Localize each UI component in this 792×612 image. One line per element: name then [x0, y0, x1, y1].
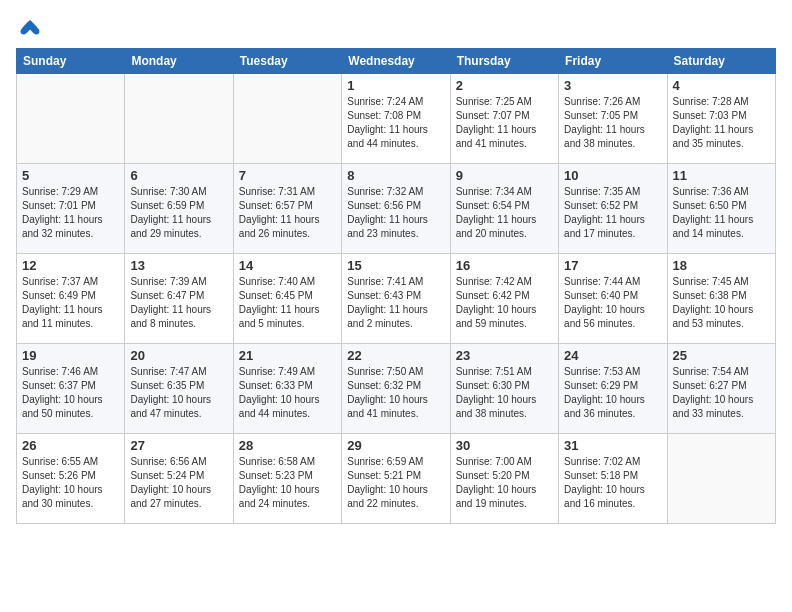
calendar-cell: 20Sunrise: 7:47 AM Sunset: 6:35 PM Dayli… — [125, 344, 233, 434]
day-number: 7 — [239, 168, 336, 183]
day-info: Sunrise: 7:49 AM Sunset: 6:33 PM Dayligh… — [239, 365, 336, 421]
day-info: Sunrise: 6:59 AM Sunset: 5:21 PM Dayligh… — [347, 455, 444, 511]
day-number: 20 — [130, 348, 227, 363]
day-number: 14 — [239, 258, 336, 273]
day-number: 24 — [564, 348, 661, 363]
calendar-cell: 19Sunrise: 7:46 AM Sunset: 6:37 PM Dayli… — [17, 344, 125, 434]
day-info: Sunrise: 7:31 AM Sunset: 6:57 PM Dayligh… — [239, 185, 336, 241]
day-number: 25 — [673, 348, 770, 363]
calendar-cell: 17Sunrise: 7:44 AM Sunset: 6:40 PM Dayli… — [559, 254, 667, 344]
day-number: 28 — [239, 438, 336, 453]
weekday-header-tuesday: Tuesday — [233, 49, 341, 74]
week-row-1: 1Sunrise: 7:24 AM Sunset: 7:08 PM Daylig… — [17, 74, 776, 164]
calendar-cell: 31Sunrise: 7:02 AM Sunset: 5:18 PM Dayli… — [559, 434, 667, 524]
day-number: 15 — [347, 258, 444, 273]
day-number: 17 — [564, 258, 661, 273]
weekday-header-thursday: Thursday — [450, 49, 558, 74]
day-number: 9 — [456, 168, 553, 183]
weekday-header-monday: Monday — [125, 49, 233, 74]
weekday-header-friday: Friday — [559, 49, 667, 74]
calendar-table: SundayMondayTuesdayWednesdayThursdayFrid… — [16, 48, 776, 524]
day-number: 6 — [130, 168, 227, 183]
day-info: Sunrise: 7:36 AM Sunset: 6:50 PM Dayligh… — [673, 185, 770, 241]
day-info: Sunrise: 7:29 AM Sunset: 7:01 PM Dayligh… — [22, 185, 119, 241]
day-info: Sunrise: 7:34 AM Sunset: 6:54 PM Dayligh… — [456, 185, 553, 241]
day-number: 8 — [347, 168, 444, 183]
day-info: Sunrise: 6:58 AM Sunset: 5:23 PM Dayligh… — [239, 455, 336, 511]
day-info: Sunrise: 7:50 AM Sunset: 6:32 PM Dayligh… — [347, 365, 444, 421]
weekday-header-row: SundayMondayTuesdayWednesdayThursdayFrid… — [17, 49, 776, 74]
calendar-cell — [125, 74, 233, 164]
day-info: Sunrise: 7:45 AM Sunset: 6:38 PM Dayligh… — [673, 275, 770, 331]
day-number: 16 — [456, 258, 553, 273]
calendar-cell: 9Sunrise: 7:34 AM Sunset: 6:54 PM Daylig… — [450, 164, 558, 254]
calendar-cell: 18Sunrise: 7:45 AM Sunset: 6:38 PM Dayli… — [667, 254, 775, 344]
calendar-cell: 30Sunrise: 7:00 AM Sunset: 5:20 PM Dayli… — [450, 434, 558, 524]
calendar-cell: 6Sunrise: 7:30 AM Sunset: 6:59 PM Daylig… — [125, 164, 233, 254]
calendar-cell: 24Sunrise: 7:53 AM Sunset: 6:29 PM Dayli… — [559, 344, 667, 434]
calendar-cell — [233, 74, 341, 164]
day-number: 1 — [347, 78, 444, 93]
day-number: 2 — [456, 78, 553, 93]
day-info: Sunrise: 7:44 AM Sunset: 6:40 PM Dayligh… — [564, 275, 661, 331]
day-number: 29 — [347, 438, 444, 453]
weekday-header-saturday: Saturday — [667, 49, 775, 74]
day-number: 5 — [22, 168, 119, 183]
day-number: 10 — [564, 168, 661, 183]
day-number: 19 — [22, 348, 119, 363]
logo-icon — [18, 16, 42, 40]
week-row-2: 5Sunrise: 7:29 AM Sunset: 7:01 PM Daylig… — [17, 164, 776, 254]
day-number: 30 — [456, 438, 553, 453]
day-info: Sunrise: 7:02 AM Sunset: 5:18 PM Dayligh… — [564, 455, 661, 511]
calendar-cell: 14Sunrise: 7:40 AM Sunset: 6:45 PM Dayli… — [233, 254, 341, 344]
day-info: Sunrise: 7:28 AM Sunset: 7:03 PM Dayligh… — [673, 95, 770, 151]
day-number: 22 — [347, 348, 444, 363]
day-number: 27 — [130, 438, 227, 453]
calendar-cell: 10Sunrise: 7:35 AM Sunset: 6:52 PM Dayli… — [559, 164, 667, 254]
day-number: 26 — [22, 438, 119, 453]
day-number: 4 — [673, 78, 770, 93]
day-info: Sunrise: 7:46 AM Sunset: 6:37 PM Dayligh… — [22, 365, 119, 421]
calendar-cell: 22Sunrise: 7:50 AM Sunset: 6:32 PM Dayli… — [342, 344, 450, 434]
day-info: Sunrise: 7:35 AM Sunset: 6:52 PM Dayligh… — [564, 185, 661, 241]
calendar-cell: 29Sunrise: 6:59 AM Sunset: 5:21 PM Dayli… — [342, 434, 450, 524]
calendar-cell: 28Sunrise: 6:58 AM Sunset: 5:23 PM Dayli… — [233, 434, 341, 524]
calendar-cell: 21Sunrise: 7:49 AM Sunset: 6:33 PM Dayli… — [233, 344, 341, 434]
day-info: Sunrise: 7:37 AM Sunset: 6:49 PM Dayligh… — [22, 275, 119, 331]
day-info: Sunrise: 7:39 AM Sunset: 6:47 PM Dayligh… — [130, 275, 227, 331]
calendar-cell — [667, 434, 775, 524]
day-number: 13 — [130, 258, 227, 273]
day-info: Sunrise: 7:24 AM Sunset: 7:08 PM Dayligh… — [347, 95, 444, 151]
calendar-cell: 7Sunrise: 7:31 AM Sunset: 6:57 PM Daylig… — [233, 164, 341, 254]
calendar-cell: 15Sunrise: 7:41 AM Sunset: 6:43 PM Dayli… — [342, 254, 450, 344]
day-info: Sunrise: 7:41 AM Sunset: 6:43 PM Dayligh… — [347, 275, 444, 331]
logo — [16, 16, 42, 36]
calendar-cell: 26Sunrise: 6:55 AM Sunset: 5:26 PM Dayli… — [17, 434, 125, 524]
day-info: Sunrise: 7:51 AM Sunset: 6:30 PM Dayligh… — [456, 365, 553, 421]
weekday-header-wednesday: Wednesday — [342, 49, 450, 74]
day-info: Sunrise: 6:55 AM Sunset: 5:26 PM Dayligh… — [22, 455, 119, 511]
day-info: Sunrise: 7:54 AM Sunset: 6:27 PM Dayligh… — [673, 365, 770, 421]
calendar-cell: 13Sunrise: 7:39 AM Sunset: 6:47 PM Dayli… — [125, 254, 233, 344]
day-number: 3 — [564, 78, 661, 93]
week-row-5: 26Sunrise: 6:55 AM Sunset: 5:26 PM Dayli… — [17, 434, 776, 524]
day-info: Sunrise: 7:47 AM Sunset: 6:35 PM Dayligh… — [130, 365, 227, 421]
calendar-cell: 12Sunrise: 7:37 AM Sunset: 6:49 PM Dayli… — [17, 254, 125, 344]
day-number: 21 — [239, 348, 336, 363]
calendar-cell: 2Sunrise: 7:25 AM Sunset: 7:07 PM Daylig… — [450, 74, 558, 164]
day-info: Sunrise: 7:25 AM Sunset: 7:07 PM Dayligh… — [456, 95, 553, 151]
day-info: Sunrise: 7:30 AM Sunset: 6:59 PM Dayligh… — [130, 185, 227, 241]
day-number: 12 — [22, 258, 119, 273]
calendar-cell: 4Sunrise: 7:28 AM Sunset: 7:03 PM Daylig… — [667, 74, 775, 164]
calendar-cell: 5Sunrise: 7:29 AM Sunset: 7:01 PM Daylig… — [17, 164, 125, 254]
week-row-3: 12Sunrise: 7:37 AM Sunset: 6:49 PM Dayli… — [17, 254, 776, 344]
calendar-cell: 1Sunrise: 7:24 AM Sunset: 7:08 PM Daylig… — [342, 74, 450, 164]
day-number: 31 — [564, 438, 661, 453]
weekday-header-sunday: Sunday — [17, 49, 125, 74]
day-number: 23 — [456, 348, 553, 363]
day-info: Sunrise: 7:42 AM Sunset: 6:42 PM Dayligh… — [456, 275, 553, 331]
calendar-cell: 25Sunrise: 7:54 AM Sunset: 6:27 PM Dayli… — [667, 344, 775, 434]
calendar-cell: 3Sunrise: 7:26 AM Sunset: 7:05 PM Daylig… — [559, 74, 667, 164]
day-number: 18 — [673, 258, 770, 273]
day-info: Sunrise: 7:00 AM Sunset: 5:20 PM Dayligh… — [456, 455, 553, 511]
